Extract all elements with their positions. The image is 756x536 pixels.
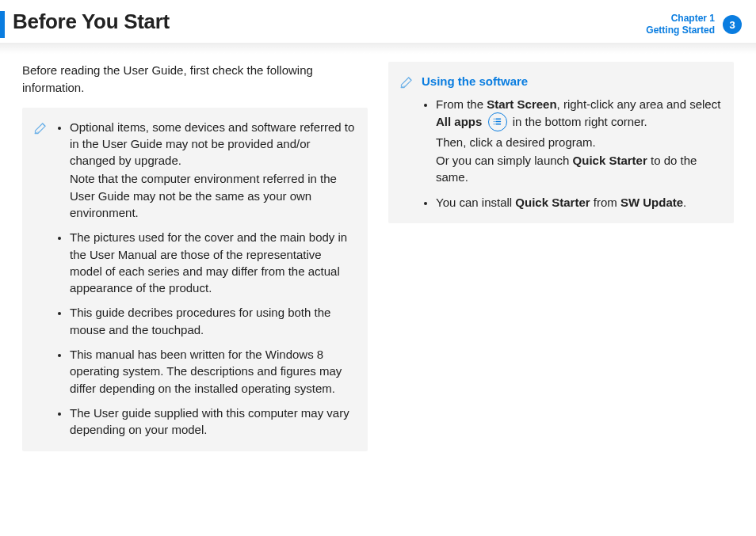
notes-list: Optional items, some devices and softwar… xyxy=(55,119,355,439)
header-shadow xyxy=(0,43,756,54)
software-box-title: Using the software xyxy=(422,73,721,89)
text-fragment: from xyxy=(590,196,620,209)
list-item: This guide decribes procedures for using… xyxy=(70,304,355,338)
text-fragment: Or you can simply launch xyxy=(436,154,573,167)
list-item: The User guide supplied with this comput… xyxy=(70,405,355,439)
page-number: 3 xyxy=(729,19,735,31)
item-text: This guide decribes procedures for using… xyxy=(70,306,330,336)
item-subtext: Note that the computer environment refer… xyxy=(70,170,355,221)
header-accent-bar xyxy=(0,11,5,38)
document-page: Before You Start Chapter 1 Getting Start… xyxy=(0,0,756,536)
software-content: Using the software From the Start Screen… xyxy=(422,73,721,211)
list-item: From the Start Screen, right-click any a… xyxy=(436,96,721,185)
bold-text: All apps xyxy=(436,115,482,128)
left-column: Before reading the User Guide, first che… xyxy=(22,62,368,451)
chapter-subtitle: Getting Started xyxy=(646,25,715,36)
intro-text: Before reading the User Guide, first che… xyxy=(22,62,368,97)
software-list: From the Start Screen, right-click any a… xyxy=(422,96,721,211)
list-item: Optional items, some devices and softwar… xyxy=(70,119,355,222)
note-icon xyxy=(399,74,415,89)
right-column: Using the software From the Start Screen… xyxy=(388,62,734,451)
text-fragment: in the bottom right corner. xyxy=(510,115,647,128)
bold-text: SW Update xyxy=(620,196,683,209)
item-subtext: Or you can simply launch Quick Starter t… xyxy=(436,152,721,186)
notes-box: Optional items, some devices and softwar… xyxy=(22,108,368,451)
text-fragment: . xyxy=(683,196,686,209)
list-item: You can install Quick Starter from SW Up… xyxy=(436,194,721,211)
chapter-text: Chapter 1 Getting Started xyxy=(646,13,715,36)
page-title: Before You Start xyxy=(13,10,646,34)
text-fragment: , right-click any area and select xyxy=(557,97,721,111)
all-apps-icon xyxy=(488,112,507,131)
text-fragment: From the xyxy=(436,97,487,111)
list-item: The pictures used for the cover and the … xyxy=(70,229,355,296)
page-header: Before You Start Chapter 1 Getting Start… xyxy=(0,0,756,43)
note-icon xyxy=(33,120,49,135)
chapter-number: Chapter 1 xyxy=(646,13,715,25)
list-item: This manual has been written for the Win… xyxy=(70,346,355,397)
item-subtext: Then, click a desired program. xyxy=(436,134,721,150)
bold-text: Start Screen xyxy=(487,97,556,111)
bold-text: Quick Starter xyxy=(573,154,647,167)
chapter-indicator: Chapter 1 Getting Started 3 xyxy=(646,10,742,36)
content-columns: Before reading the User Guide, first che… xyxy=(0,62,756,451)
item-text: The User guide supplied with this comput… xyxy=(70,406,349,436)
item-text: This manual has been written for the Win… xyxy=(70,348,342,395)
notes-content: Optional items, some devices and softwar… xyxy=(55,119,355,439)
item-text: The pictures used for the cover and the … xyxy=(70,230,347,295)
page-number-badge: 3 xyxy=(723,15,742,34)
software-box: Using the software From the Start Screen… xyxy=(388,62,734,223)
text-fragment: You can install xyxy=(436,196,515,209)
item-text: Optional items, some devices and softwar… xyxy=(70,120,354,168)
bold-text: Quick Starter xyxy=(515,196,590,209)
